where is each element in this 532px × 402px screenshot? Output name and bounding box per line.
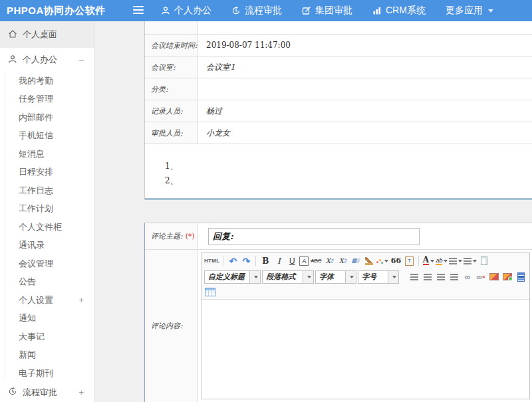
sidebar-item-work-log[interactable]: 工作日志: [0, 181, 94, 200]
field-value: 杨过: [198, 100, 532, 122]
sidebar-item-label: 个人设置: [19, 294, 53, 306]
italic-button[interactable]: I: [273, 255, 285, 267]
html-source-button[interactable]: HTML: [204, 255, 219, 267]
meeting-content-box: 1、 2、: [145, 144, 532, 200]
sidebar-item-label: 工作计划: [19, 203, 53, 215]
redo-icon[interactable]: ↷: [240, 255, 252, 267]
font-size-select[interactable]: 字号: [358, 270, 399, 284]
sidebar-item-personal-files[interactable]: 个人文件柜: [0, 218, 94, 237]
sidebar-item-my-attendance[interactable]: 我的考勤: [0, 72, 94, 90]
clear-format-icon[interactable]: [363, 255, 375, 267]
screenshot-icon[interactable]: [501, 271, 513, 283]
nav-label: 流程审批: [245, 5, 282, 17]
expand-icon[interactable]: +: [78, 387, 84, 397]
font-style-button[interactable]: A: [299, 256, 309, 266]
field-label: 记录人员:: [145, 100, 198, 122]
format-painter-icon[interactable]: [376, 255, 388, 267]
insert-link-icon[interactable]: ∞: [462, 271, 473, 283]
person-icon: [161, 6, 170, 15]
sidebar-item-notice[interactable]: 通知: [0, 310, 94, 328]
strikethrough-button[interactable]: ABC: [310, 255, 322, 267]
sidebar-item-internal-mail[interactable]: 内部邮件: [0, 108, 94, 127]
highlight-color-button[interactable]: ab: [436, 255, 448, 267]
sidebar-item-major-events[interactable]: 大事记: [0, 328, 94, 346]
align-justify-icon[interactable]: [448, 271, 460, 283]
nav-more-apps[interactable]: 更多应用: [446, 5, 493, 17]
unordered-list-button[interactable]: [464, 255, 477, 267]
field-value: [198, 21, 532, 34]
sidebar-item-contacts[interactable]: 通讯录: [0, 237, 94, 255]
align-left-icon[interactable]: [408, 271, 420, 283]
dropdown-button[interactable]: [249, 271, 260, 283]
expand-icon[interactable]: +: [78, 295, 84, 305]
field-label: 会议结束时间:: [145, 35, 198, 56]
font-family-select[interactable]: 字体: [315, 270, 356, 284]
sidebar-item-news[interactable]: 新闻: [0, 346, 94, 365]
sidebar-submenu: 我的考勤 任务管理 内部邮件 手机短信 短消息 日程安排 工作日志 工作计划 个…: [0, 72, 94, 383]
superscript-button[interactable]: X2: [323, 255, 335, 267]
menu-icon[interactable]: [133, 6, 144, 15]
field-value: 小龙女: [198, 122, 532, 144]
align-right-icon[interactable]: [435, 271, 447, 283]
dropdown-button[interactable]: [388, 271, 398, 283]
sidebar-item-announcement[interactable]: 公告: [0, 273, 94, 292]
nav-label: 集团审批: [315, 5, 352, 17]
sidebar-item-label: 个人办公: [23, 54, 57, 66]
sidebar-item-workflow-approval[interactable]: 流程审批 +: [0, 383, 94, 402]
caret-down-icon: [350, 276, 354, 278]
app-window: PHPOA协同办公软件 个人办公 流程审批: [0, 0, 532, 402]
insert-media-icon[interactable]: [515, 271, 527, 283]
sidebar-item-personal-office[interactable]: 个人办公 –: [0, 48, 94, 72]
dropdown-button[interactable]: [303, 271, 313, 283]
top-navigation: 个人办公 流程审批 集团审批: [161, 0, 493, 21]
undo-icon[interactable]: ↶: [227, 255, 239, 267]
sidebar-item-personal-settings[interactable]: 个人设置 +: [0, 291, 94, 310]
comment-content-editor-area[interactable]: [201, 299, 529, 399]
insert-table-icon[interactable]: [204, 286, 216, 298]
sidebar-item-personal-desktop[interactable]: 个人桌面: [0, 21, 94, 48]
subscript-button[interactable]: X2: [336, 255, 348, 267]
editor-toolbar-row-3: [201, 285, 529, 299]
align-center-icon[interactable]: [422, 271, 434, 283]
collapse-icon[interactable]: –: [79, 55, 84, 65]
comment-subject-input[interactable]: [208, 228, 420, 245]
blockquote-button[interactable]: 66: [390, 255, 402, 267]
nav-label: 更多应用: [446, 5, 483, 17]
sidebar-item-label: 我的考勤: [19, 75, 53, 87]
paste-as-text-icon[interactable]: T: [403, 255, 415, 267]
field-label: 评论主题: (*): [145, 223, 198, 249]
sidebar-item-label: 手机短信: [19, 130, 53, 142]
editor-toolbar-row-1: HTML ↶ ↷ B I U A ABC X2 X2: [201, 253, 529, 268]
underline-button[interactable]: U: [286, 255, 298, 267]
nav-workflow-approval[interactable]: 流程审批: [231, 5, 282, 17]
select-value: 段落格式: [263, 272, 303, 282]
table-row: 会议室: 会议室1: [145, 56, 532, 78]
field-label: 会议室:: [145, 56, 198, 78]
caret-down-icon: [307, 276, 311, 278]
paragraph-format-select[interactable]: 段落格式: [262, 270, 314, 284]
heading-select[interactable]: 自定义标题: [204, 270, 261, 284]
dropdown-button[interactable]: [345, 271, 356, 283]
remove-link-icon[interactable]: ∞×: [475, 271, 487, 283]
sidebar-item-mobile-sms[interactable]: 手机短信: [0, 127, 94, 146]
sidebar-item-schedule[interactable]: 日程安排: [0, 163, 94, 182]
sidebar-item-work-plan[interactable]: 工作计划: [0, 200, 94, 219]
insert-image-icon[interactable]: [488, 271, 500, 283]
divider: [255, 256, 256, 266]
nav-personal-office[interactable]: 个人办公: [161, 5, 211, 17]
sidebar-item-label: 会议管理: [19, 258, 53, 270]
eraser-icon[interactable]: [350, 255, 362, 267]
ordered-list-button[interactable]: [449, 255, 462, 267]
caret-down-icon: [254, 276, 258, 278]
required-mark: (*): [186, 232, 195, 241]
sidebar-item-meeting-management[interactable]: 会议管理: [0, 254, 94, 273]
sidebar-item-task-management[interactable]: 任务管理: [0, 90, 94, 109]
sidebar-item-short-message[interactable]: 短消息: [0, 145, 94, 163]
font-color-button[interactable]: A: [422, 255, 434, 267]
bold-button[interactable]: B: [259, 255, 271, 267]
sidebar-item-e-journal[interactable]: 电子期刊: [0, 364, 94, 383]
nav-crm-system[interactable]: CRM系统: [372, 5, 426, 17]
nav-group-approval[interactable]: 集团审批: [302, 5, 352, 17]
sidebar-item-label: 短消息: [19, 148, 45, 160]
new-page-icon[interactable]: [478, 255, 490, 267]
